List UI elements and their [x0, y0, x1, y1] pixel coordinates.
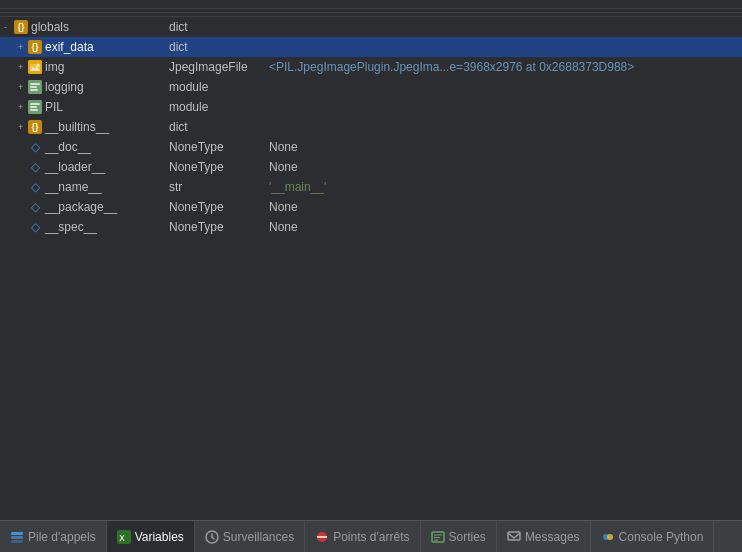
var-type-cell: NoneType [165, 200, 265, 214]
var-name-cell: -{}globals [0, 20, 165, 34]
var-value-cell: '__main__' [265, 180, 742, 194]
svg-rect-14 [11, 540, 23, 543]
svg-rect-7 [30, 89, 38, 91]
svg-point-28 [607, 534, 613, 540]
tab-surveillances[interactable]: Surveillances [195, 521, 305, 552]
table-row[interactable]: +{}__builtins__dict [0, 117, 742, 137]
svg-rect-6 [30, 86, 37, 88]
variables-icon: x [117, 530, 131, 544]
tab-console[interactable]: Console Python [591, 521, 715, 552]
tab-variables[interactable]: xVariables [107, 521, 195, 552]
breakpoint-icon [315, 530, 329, 544]
tab-messages[interactable]: Messages [497, 521, 591, 552]
svg-rect-13 [11, 536, 23, 539]
table-row[interactable]: +PILmodule [0, 97, 742, 117]
var-type-cell: dict [165, 20, 265, 34]
dict-icon: {} [28, 120, 42, 134]
table-row[interactable]: +{}exif_datadict [0, 37, 742, 57]
var-label: __package__ [45, 200, 117, 214]
var-label: __loader__ [45, 160, 105, 174]
expand-icon[interactable]: - [4, 22, 14, 32]
tab-label: Variables [135, 530, 184, 544]
col-header-value [265, 12, 742, 13]
svg-text:x: x [119, 532, 125, 543]
var-type-cell: module [165, 80, 265, 94]
col-header-type [165, 12, 265, 13]
var-label: __name__ [45, 180, 102, 194]
tab-label: Points d'arrêts [333, 530, 409, 544]
var-name-cell: ◇__package__ [0, 200, 165, 214]
col-header-name [0, 12, 165, 13]
expand-icon[interactable]: + [18, 82, 28, 92]
var-value-cell: None [265, 160, 742, 174]
table-row[interactable]: +imgJpegImageFile<PIL.JpegImagePlugin.Jp… [0, 57, 742, 77]
expand-icon[interactable]: + [18, 122, 28, 132]
dict-icon: {} [28, 40, 42, 54]
table-row[interactable]: ◇__spec__NoneTypeNone [0, 217, 742, 237]
none-icon: ◇ [28, 220, 42, 234]
table-row[interactable]: +loggingmodule [0, 77, 742, 97]
table-row[interactable]: -{}globalsdict [0, 17, 742, 37]
var-type-cell: JpegImageFile [165, 60, 265, 74]
tab-label: Messages [525, 530, 580, 544]
svg-line-19 [212, 537, 214, 539]
var-label: globals [31, 20, 69, 34]
var-value-cell: None [265, 140, 742, 154]
watch-icon [205, 530, 219, 544]
table-row[interactable]: ◇__package__NoneTypeNone [0, 197, 742, 217]
stack-icon [10, 530, 24, 544]
dict-icon: {} [14, 20, 28, 34]
var-type-cell: NoneType [165, 140, 265, 154]
svg-rect-9 [30, 103, 40, 105]
var-name-cell: ◇__loader__ [0, 160, 165, 174]
var-type-cell: NoneType [165, 220, 265, 234]
var-label: __doc__ [45, 140, 91, 154]
none-icon: ◇ [28, 140, 42, 154]
title-bar [0, 0, 742, 9]
output-icon [431, 530, 445, 544]
var-name-cell: +PIL [0, 100, 165, 114]
var-name-cell: +logging [0, 80, 165, 94]
var-label: logging [45, 80, 84, 94]
var-name-cell: ◇__spec__ [0, 220, 165, 234]
svg-rect-10 [30, 106, 37, 108]
svg-rect-11 [30, 109, 38, 111]
tab-label: Sorties [449, 530, 486, 544]
expand-icon[interactable]: + [18, 62, 28, 72]
var-label: PIL [45, 100, 63, 114]
tab-bar: Pile d'appelsxVariablesSurveillancesPoin… [0, 520, 742, 552]
table-row[interactable]: ◇__doc__NoneTypeNone [0, 137, 742, 157]
var-label: __spec__ [45, 220, 97, 234]
messages-icon [507, 530, 521, 544]
image-icon [28, 60, 42, 74]
tab-pile[interactable]: Pile d'appels [0, 521, 107, 552]
module-icon [28, 80, 42, 94]
var-value-cell: None [265, 220, 742, 234]
svg-point-3 [37, 64, 40, 67]
var-label: img [45, 60, 64, 74]
main-content: -{}globalsdict+{}exif_datadict+imgJpegIm… [0, 9, 742, 520]
var-label: exif_data [45, 40, 94, 54]
var-label: __builtins__ [45, 120, 109, 134]
console-icon [601, 530, 615, 544]
tab-sorties[interactable]: Sorties [421, 521, 497, 552]
var-type-cell: NoneType [165, 160, 265, 174]
var-name-cell: +{}__builtins__ [0, 120, 165, 134]
var-type-cell: str [165, 180, 265, 194]
table-row[interactable]: ◇__loader__NoneTypeNone [0, 157, 742, 177]
variables-table[interactable]: -{}globalsdict+{}exif_datadict+imgJpegIm… [0, 17, 742, 520]
module-icon [28, 100, 42, 114]
none-icon: ◇ [28, 200, 42, 214]
none-icon: ◇ [28, 180, 42, 194]
var-name-cell: ◇__doc__ [0, 140, 165, 154]
expand-icon[interactable]: + [18, 42, 28, 52]
tab-points[interactable]: Points d'arrêts [305, 521, 420, 552]
var-name-cell: +{}exif_data [0, 40, 165, 54]
tab-label: Pile d'appels [28, 530, 96, 544]
tab-label: Console Python [619, 530, 704, 544]
svg-rect-5 [30, 83, 40, 85]
table-row[interactable]: ◇__name__str'__main__' [0, 177, 742, 197]
var-type-cell: module [165, 100, 265, 114]
expand-icon[interactable]: + [18, 102, 28, 112]
var-name-cell: ◇__name__ [0, 180, 165, 194]
